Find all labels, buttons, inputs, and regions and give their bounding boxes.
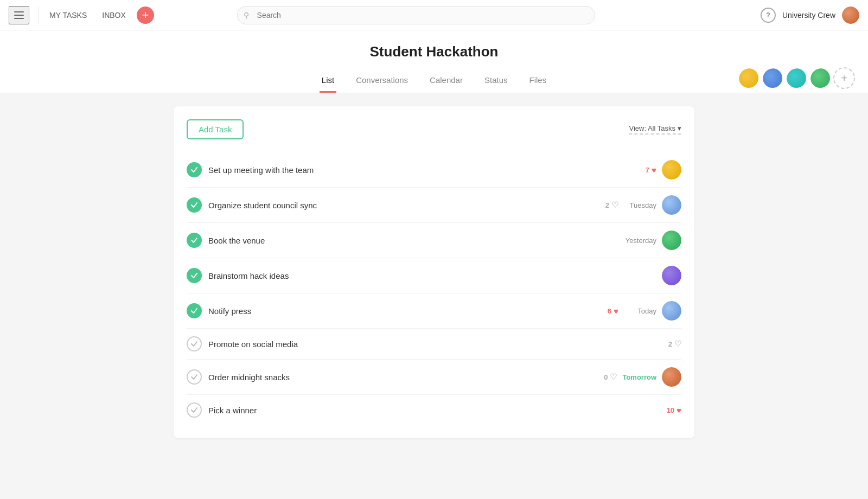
task-meta: 2♡Tuesday [605, 195, 681, 215]
task-list-container: Add Task View: All Tasks ▾ Set up meetin… [174, 106, 694, 438]
task-avatar [662, 160, 681, 180]
task-row[interactable]: Pick a winner10♥ [187, 395, 681, 425]
task-name: Pick a winner [208, 406, 660, 415]
due-date: Today [624, 307, 656, 315]
check-done-icon[interactable] [187, 268, 202, 283]
project-header: Student Hackathon + List Conversations C… [0, 30, 868, 93]
task-avatar [662, 301, 681, 321]
search-bar: ⚲ [237, 6, 595, 24]
task-row[interactable]: Set up meeting with the team7♥ [187, 152, 681, 188]
task-avatar [662, 367, 681, 387]
task-name: Promote on social media [208, 340, 662, 349]
task-name: Notify press [208, 306, 601, 316]
add-button[interactable]: + [137, 7, 154, 24]
nav-divider [38, 7, 39, 24]
task-name: Set up meeting with the team [208, 165, 639, 175]
menu-icon[interactable] [9, 6, 29, 24]
check-pending-icon[interactable] [187, 336, 202, 351]
task-row[interactable]: Organize student council sync2♡Tuesday [187, 188, 681, 223]
tab-conversations[interactable]: Conversations [354, 69, 410, 93]
task-name: Brainstorm hack ideas [208, 271, 655, 280]
task-row[interactable]: Notify press6♥Today [187, 293, 681, 329]
nav-links: MY TASKS INBOX [43, 8, 132, 23]
tab-list[interactable]: List [320, 69, 336, 93]
like-count[interactable]: 6♥ [608, 306, 618, 316]
task-row[interactable]: Brainstorm hack ideas [187, 258, 681, 293]
member-avatar-4[interactable] [809, 67, 831, 89]
task-list: Set up meeting with the team7♥Organize s… [187, 152, 681, 425]
inbox-link[interactable]: INBOX [95, 8, 132, 23]
task-avatar [662, 266, 681, 285]
check-done-icon[interactable] [187, 233, 202, 248]
add-member-button[interactable]: + [833, 67, 855, 89]
task-meta: 2♡ [668, 339, 681, 349]
task-meta: 0♡Tomorrow [604, 367, 681, 387]
like-count[interactable]: 2♡ [668, 339, 681, 349]
due-date: Tuesday [624, 201, 656, 209]
task-name: Order midnight snacks [208, 373, 597, 382]
task-name: Organize student council sync [208, 201, 599, 210]
like-count[interactable]: 10♥ [667, 406, 681, 415]
members-row: + [738, 67, 855, 89]
task-meta [662, 266, 681, 285]
tab-files[interactable]: Files [527, 69, 548, 93]
check-done-icon[interactable] [187, 162, 202, 177]
search-input[interactable] [237, 6, 595, 24]
top-navigation: MY TASKS INBOX + ⚲ ? University Crew [0, 0, 868, 30]
task-row[interactable]: Book the venueYesterday [187, 223, 681, 258]
due-date: Tomorrow [622, 373, 656, 381]
task-meta: 10♥ [667, 406, 681, 415]
due-date: Yesterday [624, 236, 656, 245]
task-avatar [662, 195, 681, 215]
view-filter-label: View: All Tasks [629, 124, 675, 132]
search-icon: ⚲ [244, 11, 249, 20]
user-avatar[interactable] [842, 7, 859, 24]
add-task-button[interactable]: Add Task [187, 119, 244, 139]
chevron-down-icon: ▾ [678, 124, 681, 132]
task-row[interactable]: Order midnight snacks0♡Tomorrow [187, 360, 681, 395]
tab-status[interactable]: Status [482, 69, 510, 93]
nav-right: ? University Crew [761, 7, 859, 24]
project-title: Student Hackathon [0, 43, 868, 60]
task-meta: 6♥Today [608, 301, 681, 321]
help-button[interactable]: ? [761, 8, 776, 23]
member-avatar-1[interactable] [738, 67, 760, 89]
like-count[interactable]: 2♡ [605, 200, 618, 210]
check-done-icon[interactable] [187, 303, 202, 318]
task-row[interactable]: Promote on social media2♡ [187, 329, 681, 360]
task-name: Book the venue [208, 236, 617, 245]
like-count[interactable]: 0♡ [604, 372, 617, 382]
workspace-name: University Crew [782, 11, 835, 20]
member-avatar-3[interactable] [786, 67, 807, 89]
view-filter[interactable]: View: All Tasks ▾ [629, 124, 681, 135]
my-tasks-link[interactable]: MY TASKS [43, 8, 93, 23]
check-pending-icon[interactable] [187, 402, 202, 418]
task-meta: 7♥ [646, 160, 681, 180]
member-avatar-2[interactable] [762, 67, 783, 89]
like-count[interactable]: 7♥ [646, 165, 656, 175]
task-avatar [662, 231, 681, 250]
task-meta: Yesterday [624, 231, 681, 250]
check-done-icon[interactable] [187, 197, 202, 213]
main-content: Add Task View: All Tasks ▾ Set up meetin… [0, 93, 868, 499]
check-pending-icon[interactable] [187, 369, 202, 385]
tab-calendar[interactable]: Calendar [427, 69, 465, 93]
toolbar-row: Add Task View: All Tasks ▾ [187, 119, 681, 139]
